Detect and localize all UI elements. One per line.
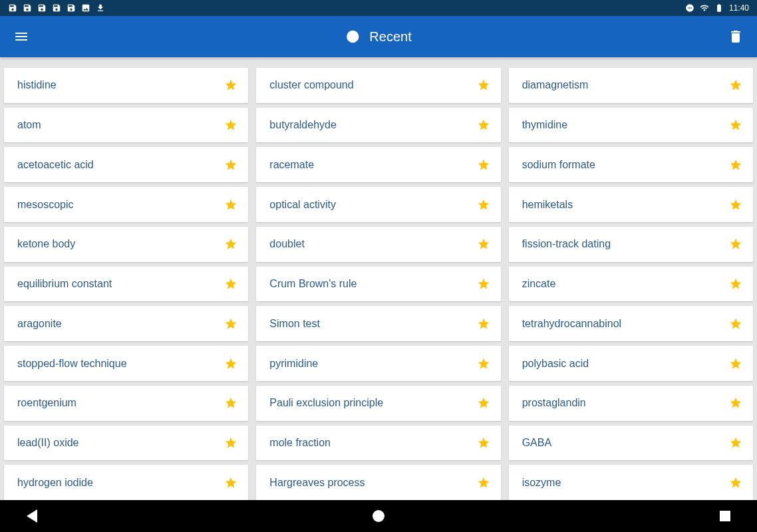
list-item[interactable]: mesoscopic [4, 187, 248, 222]
star-icon[interactable] [224, 237, 237, 251]
star-icon[interactable] [729, 237, 742, 251]
star-icon[interactable] [224, 396, 237, 410]
star-icon[interactable] [224, 317, 237, 331]
star-icon[interactable] [729, 158, 742, 172]
list-item[interactable]: doublet [256, 227, 500, 262]
list-item[interactable]: acetoacetic acid [4, 147, 248, 182]
star-icon[interactable] [224, 118, 237, 132]
star-icon[interactable] [477, 198, 490, 211]
save-icon [8, 3, 17, 13]
star-icon[interactable] [224, 476, 237, 489]
page-title: Recent [369, 29, 411, 45]
list-item[interactable]: sodium formate [509, 147, 753, 182]
star-icon[interactable] [224, 277, 237, 291]
battery-icon [714, 3, 724, 13]
save-icon [52, 3, 61, 13]
list-item[interactable]: atom [4, 108, 248, 143]
list-item[interactable]: histidine [4, 68, 248, 103]
star-icon[interactable] [477, 118, 490, 132]
minus-circle-icon [685, 3, 694, 13]
star-icon[interactable] [224, 78, 237, 92]
item-label: ketone body [17, 238, 75, 250]
nav-back-button[interactable] [27, 509, 37, 523]
item-label: histidine [17, 79, 57, 91]
star-icon[interactable] [729, 357, 742, 370]
item-label: optical activity [269, 199, 336, 211]
list-item[interactable]: diamagnetism [509, 68, 753, 103]
star-icon[interactable] [477, 277, 490, 291]
list-item[interactable]: cluster compound [256, 68, 500, 103]
star-icon[interactable] [477, 158, 490, 172]
star-icon[interactable] [729, 118, 742, 132]
star-icon[interactable] [729, 317, 742, 331]
star-icon[interactable] [729, 277, 742, 291]
list-item[interactable]: zincate [509, 267, 753, 302]
star-icon[interactable] [477, 237, 490, 251]
item-label: hydrogen iodide [17, 477, 93, 489]
menu-button[interactable] [13, 29, 29, 45]
star-icon[interactable] [729, 396, 742, 410]
item-label: tetrahydrocannabinol [522, 318, 621, 330]
item-label: doublet [269, 238, 305, 250]
list-item[interactable]: Pauli exclusion principle [256, 386, 500, 421]
list-item[interactable]: hemiketals [509, 187, 753, 222]
list-item[interactable]: equilibrium constant [4, 267, 248, 302]
app-bar: Recent [0, 16, 757, 57]
list-item[interactable]: hydrogen iodide [4, 465, 248, 500]
star-icon[interactable] [224, 198, 237, 211]
list-item[interactable]: pyrimidine [256, 346, 500, 381]
save-icon [67, 3, 76, 13]
star-icon[interactable] [477, 436, 490, 450]
star-icon[interactable] [477, 357, 490, 370]
list-item[interactable]: ketone body [4, 227, 248, 262]
list-item[interactable]: Simon test [256, 306, 500, 341]
item-label: Hargreaves process [269, 477, 365, 489]
list-item[interactable]: optical activity [256, 187, 500, 222]
list-item[interactable]: isozyme [509, 465, 753, 500]
list-item[interactable]: Crum Brown's rule [256, 267, 500, 302]
status-bar: 11:40 [0, 0, 757, 16]
item-label: fission-track dating [522, 238, 611, 250]
nav-recent-button[interactable] [720, 511, 730, 521]
list-item[interactable]: mole fraction [256, 426, 500, 461]
star-icon[interactable] [224, 436, 237, 450]
star-icon[interactable] [477, 78, 490, 92]
list-item[interactable]: tetrahydrocannabinol [509, 306, 753, 341]
list-item[interactable]: polybasic acid [509, 346, 753, 381]
list-item[interactable]: butyraldehyde [256, 108, 500, 143]
status-right: 11:40 [685, 3, 749, 13]
save-icon [23, 3, 32, 13]
nav-home-button[interactable] [373, 510, 384, 522]
star-icon[interactable] [477, 476, 490, 489]
android-nav-bar [0, 500, 757, 532]
column-2: diamagnetismthymidinesodium formatehemik… [509, 68, 753, 500]
star-icon[interactable] [729, 198, 742, 211]
list-item[interactable]: Hargreaves process [256, 465, 500, 500]
item-label: hemiketals [522, 199, 573, 211]
star-icon[interactable] [729, 436, 742, 450]
list-item[interactable]: GABA [509, 426, 753, 461]
list-item[interactable]: fission-track dating [509, 227, 753, 262]
list-item[interactable]: racemate [256, 147, 500, 182]
star-icon[interactable] [224, 158, 237, 172]
list-item[interactable]: prostaglandin [509, 386, 753, 421]
list-item[interactable]: stopped-flow technique [4, 346, 248, 381]
star-icon[interactable] [477, 396, 490, 410]
star-icon[interactable] [729, 476, 742, 489]
delete-button[interactable] [728, 29, 744, 45]
list-item[interactable]: lead(II) oxide [4, 426, 248, 461]
list-item[interactable]: aragonite [4, 306, 248, 341]
list-item[interactable]: roentgenium [4, 386, 248, 421]
star-icon[interactable] [477, 317, 490, 331]
item-label: roentgenium [17, 397, 76, 409]
item-label: atom [17, 119, 41, 131]
star-icon[interactable] [224, 357, 237, 370]
item-label: sodium formate [522, 159, 595, 171]
item-label: Pauli exclusion principle [269, 397, 383, 409]
item-label: mole fraction [269, 437, 331, 449]
list-item[interactable]: thymidine [509, 108, 753, 143]
star-icon[interactable] [729, 78, 742, 92]
download-icon [96, 3, 105, 13]
clock-icon [345, 29, 360, 44]
item-label: acetoacetic acid [17, 159, 94, 171]
